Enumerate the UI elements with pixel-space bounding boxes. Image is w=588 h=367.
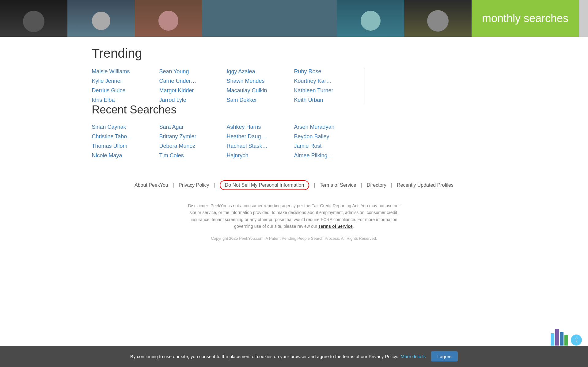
trending-link-2[interactable]: Iggy Azalea bbox=[227, 68, 288, 75]
scroll-up-button[interactable]: ⇧ bbox=[571, 335, 582, 346]
footer-links: About PeekYou | Privacy Policy | Do Not … bbox=[0, 168, 588, 196]
footer-sep-2: | bbox=[214, 182, 215, 188]
footer-directory[interactable]: Directory bbox=[367, 182, 386, 188]
trending-link-4[interactable]: Kylie Jenner bbox=[92, 78, 153, 84]
recent-searches-title: Recent Searches bbox=[92, 103, 496, 116]
trending-link-0[interactable]: Maisie Williams bbox=[92, 68, 153, 75]
recent-link-12[interactable]: Nicole Maya bbox=[92, 152, 153, 159]
trending-link-6[interactable]: Shawn Mendes bbox=[227, 78, 288, 84]
recent-link-9[interactable]: Debora Munoz bbox=[159, 143, 221, 149]
trending-link-10[interactable]: Macaulay Culkin bbox=[227, 87, 288, 94]
trending-link-1[interactable]: Sean Young bbox=[159, 68, 221, 75]
scroll-widget: ⇧ bbox=[551, 329, 582, 346]
trending-link-14[interactable]: Sam Dekker bbox=[227, 97, 288, 103]
recent-link-14[interactable]: Hajnrych bbox=[227, 152, 288, 159]
trending-title: Trending bbox=[92, 46, 496, 61]
recent-link-3[interactable]: Arsen Muradyan bbox=[294, 124, 355, 130]
footer-do-not-sell[interactable]: Do Not Sell My Personal Information bbox=[220, 180, 309, 190]
footer-about[interactable]: About PeekYou bbox=[135, 182, 168, 188]
footer-copyright: Copyright 2025 PeekYou.com. A Patent Pen… bbox=[0, 236, 588, 247]
trending-link-5[interactable]: Carrie Under… bbox=[159, 78, 221, 84]
monthly-searches-text: monthly searches bbox=[482, 12, 568, 25]
trending-link-8[interactable]: Derrius Guice bbox=[92, 87, 153, 94]
recent-link-0[interactable]: Sinan Caynak bbox=[92, 124, 153, 130]
banner-photo-3 bbox=[135, 0, 202, 37]
monthly-searches-banner: monthly searches bbox=[472, 0, 579, 37]
footer-terms[interactable]: Terms of Service bbox=[320, 182, 356, 188]
bar-4 bbox=[564, 335, 568, 346]
banner-photo-1 bbox=[0, 0, 67, 37]
bar-2 bbox=[555, 329, 559, 346]
trending-section: Trending Maisie Williams Sean Young Iggy… bbox=[92, 46, 496, 113]
trending-link-9[interactable]: Margot Kidder bbox=[159, 87, 221, 94]
footer-sep-3: | bbox=[314, 182, 315, 188]
footer-sep-5: | bbox=[391, 182, 392, 188]
recent-link-10[interactable]: Rachael Stask… bbox=[227, 143, 288, 149]
recent-link-1[interactable]: Sara Agar bbox=[159, 124, 221, 130]
cookie-more-details[interactable]: More details bbox=[400, 354, 426, 359]
scrollbar[interactable] bbox=[579, 0, 588, 37]
footer-terms-link[interactable]: Terms of Service bbox=[318, 224, 353, 229]
footer-disclaimer: Disclaimer: PeekYou is not a consumer re… bbox=[187, 202, 401, 230]
disclaimer-text: Disclaimer: PeekYou is not a consumer re… bbox=[188, 203, 400, 229]
recent-link-4[interactable]: Christine Tabo… bbox=[92, 133, 153, 140]
bar-1 bbox=[551, 333, 554, 346]
recent-searches-section: Recent Searches Sinan Caynak Sara Agar A… bbox=[92, 103, 496, 159]
banner-photo-4 bbox=[337, 0, 404, 37]
banner-photo-2 bbox=[67, 0, 135, 37]
recent-link-7[interactable]: Beydon Bailey bbox=[294, 133, 355, 140]
recent-searches-grid: Sinan Caynak Sara Agar Ashkey Harris Ars… bbox=[92, 124, 496, 159]
trending-link-3[interactable]: Ruby Rose bbox=[294, 68, 355, 75]
recent-link-5[interactable]: Brittany Zymler bbox=[159, 133, 221, 140]
cookie-agree-button[interactable]: I agree bbox=[431, 351, 458, 361]
footer: About PeekYou | Privacy Policy | Do Not … bbox=[0, 168, 588, 247]
banner-photo-5 bbox=[404, 0, 472, 37]
main-content: Trending Maisie Williams Sean Young Iggy… bbox=[80, 37, 509, 168]
trending-link-13[interactable]: Jarrod Lyle bbox=[159, 97, 221, 103]
trending-link-15[interactable]: Keith Urban bbox=[294, 97, 355, 103]
recent-link-13[interactable]: Tim Coles bbox=[159, 152, 221, 159]
cookie-text: By continuing to use our site, you conse… bbox=[130, 354, 398, 359]
cookie-bar: By continuing to use our site, you conse… bbox=[0, 346, 588, 367]
recent-link-8[interactable]: Thomas Ullom bbox=[92, 143, 153, 149]
footer-sep-1: | bbox=[173, 182, 174, 188]
trending-grid: Maisie Williams Sean Young Iggy Azalea R… bbox=[92, 68, 365, 103]
recent-link-2[interactable]: Ashkey Harris bbox=[227, 124, 288, 130]
bar-chart-icon bbox=[551, 329, 568, 346]
top-banner: monthly searches bbox=[0, 0, 588, 37]
footer-sep-4: | bbox=[361, 182, 362, 188]
bar-3 bbox=[560, 332, 563, 346]
recent-link-6[interactable]: Heather Daug… bbox=[227, 133, 288, 140]
footer-recently-updated[interactable]: Recently Updated Profiles bbox=[397, 182, 453, 188]
recent-link-11[interactable]: Jamie Rost bbox=[294, 143, 355, 149]
banner-photo-spacer bbox=[202, 0, 337, 37]
trending-link-12[interactable]: Idris Elba bbox=[92, 97, 153, 103]
trending-link-7[interactable]: Kourtney Kar… bbox=[294, 78, 355, 84]
footer-privacy[interactable]: Privacy Policy bbox=[179, 182, 209, 188]
trending-link-11[interactable]: Kathleen Turner bbox=[294, 87, 355, 94]
recent-link-15[interactable]: Aimee Pilking… bbox=[294, 152, 355, 159]
